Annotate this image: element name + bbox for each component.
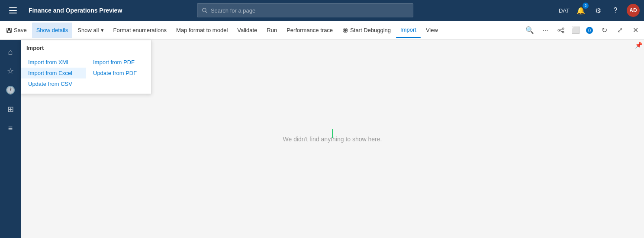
import-button[interactable]: Import [396, 23, 421, 38]
svg-point-3 [202, 8, 206, 12]
help-icon[interactable]: ? [609, 4, 621, 16]
sidebar-clock-icon[interactable]: 🕐 [2, 82, 19, 99]
import-pdf-item[interactable]: Import from PDF [86, 57, 151, 68]
import-dropdown-col2: Import from PDF Update from PDF [86, 54, 151, 92]
toolbar: Save Show details Show all ▾ Format enum… [0, 21, 644, 40]
search-input[interactable] [211, 7, 409, 14]
import-dropdown-columns: Import from XML Import from Excel Update… [21, 54, 151, 92]
start-debugging-label: Start Debugging [350, 27, 391, 33]
svg-point-11 [562, 28, 564, 29]
view-label: View [426, 27, 438, 33]
sidebar-list-icon[interactable]: ≡ [2, 120, 19, 137]
refresh-icon[interactable]: ↻ [597, 23, 611, 37]
svg-rect-6 [8, 28, 10, 29]
performance-trace-button[interactable]: Performance trace [282, 23, 337, 38]
cursor-line [332, 129, 333, 138]
search-toolbar-icon[interactable]: 🔍 [523, 23, 537, 37]
main-layout: ⌂ ☆ 🕐 ⊞ ≡ Import Import from XML Import … [0, 40, 644, 238]
show-all-label: Show all [77, 27, 99, 33]
run-label: Run [267, 27, 277, 33]
import-dropdown-header: Import [21, 42, 151, 54]
sidebar-home-icon[interactable]: ⌂ [2, 43, 19, 61]
format-enumerations-button[interactable]: Format enumerations [109, 23, 171, 38]
map-format-label: Map format to model [176, 27, 228, 33]
svg-point-12 [562, 31, 564, 33]
format-enumerations-label: Format enumerations [113, 27, 167, 33]
notification-badge: 2 [583, 3, 589, 9]
hamburger-menu-icon[interactable] [4, 2, 22, 19]
map-format-button[interactable]: Map format to model [172, 23, 232, 38]
sidebar-star-icon[interactable]: ☆ [2, 62, 19, 80]
pin-icon[interactable]: 📌 [635, 42, 642, 49]
view-button[interactable]: View [422, 23, 442, 38]
save-button[interactable]: Save [2, 23, 31, 38]
expand-icon[interactable]: ⤢ [613, 23, 627, 37]
update-csv-item[interactable]: Update from CSV [21, 78, 86, 89]
svg-rect-7 [8, 30, 11, 32]
search-bar[interactable] [197, 3, 413, 17]
show-all-button[interactable]: Show all ▾ [73, 23, 108, 38]
save-label: Save [14, 27, 27, 33]
show-details-button[interactable]: Show details [32, 23, 73, 38]
svg-line-14 [560, 30, 562, 32]
left-sidebar: ⌂ ☆ 🕐 ⊞ ≡ [0, 40, 21, 238]
import-xml-item[interactable]: Import from XML [21, 57, 86, 68]
import-label: Import [400, 26, 416, 33]
notifications-icon[interactable]: 🔔 2 [575, 4, 587, 16]
import-dropdown-col1: Import from XML Import from Excel Update… [21, 54, 86, 92]
avatar[interactable]: AD [627, 4, 640, 17]
run-button[interactable]: Run [262, 23, 281, 38]
top-bar-right: DAT 🔔 2 ⚙ ? AD [559, 4, 640, 17]
badge-zero-icon[interactable]: 0 [583, 24, 596, 36]
svg-point-9 [344, 29, 346, 31]
sidebar-grid-icon[interactable]: ⊞ [2, 101, 19, 118]
import-dropdown: Import Import from XML Import from Excel… [21, 40, 151, 94]
split-view-icon[interactable]: ⬜ [570, 24, 582, 36]
connections-icon[interactable] [554, 23, 568, 37]
more-options-icon[interactable]: ··· [538, 23, 552, 37]
show-details-label: Show details [36, 27, 68, 33]
performance-trace-label: Performance trace [287, 27, 333, 33]
toolbar-right: 🔍 ··· ⬜ 0 ↻ ⤢ ✕ [523, 23, 642, 37]
svg-line-13 [560, 29, 562, 30]
svg-rect-0 [9, 7, 17, 8]
validate-label: Validate [237, 27, 257, 33]
svg-line-4 [206, 12, 207, 13]
svg-rect-2 [9, 13, 17, 13]
app-title: Finance and Operations Preview [29, 7, 122, 14]
top-bar: Finance and Operations Preview DAT 🔔 2 ⚙… [0, 0, 644, 21]
content-area: Import Import from XML Import from Excel… [21, 40, 644, 238]
validate-button[interactable]: Validate [233, 23, 261, 38]
update-pdf-item[interactable]: Update from PDF [86, 68, 151, 78]
start-debugging-button[interactable]: Start Debugging [338, 23, 395, 38]
close-button[interactable]: ✕ [628, 23, 642, 37]
import-excel-item[interactable]: Import from Excel [21, 68, 86, 78]
user-code: DAT [559, 7, 570, 14]
show-all-chevron: ▾ [101, 27, 104, 33]
svg-rect-1 [9, 10, 17, 11]
settings-icon[interactable]: ⚙ [592, 4, 604, 16]
svg-point-10 [558, 29, 560, 31]
